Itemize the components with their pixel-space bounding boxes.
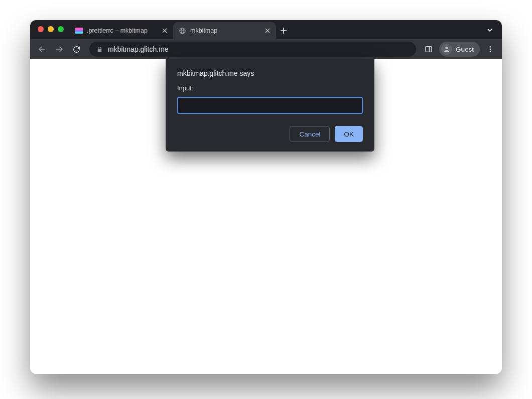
tab-mkbitmap[interactable]: mkbitmap bbox=[173, 22, 276, 39]
plus-icon bbox=[280, 27, 287, 34]
new-tab-button[interactable] bbox=[277, 24, 290, 37]
arrow-right-icon bbox=[55, 45, 64, 54]
reload-icon bbox=[72, 45, 81, 54]
window-titlebar: .prettierrc – mkbitmap mkbitmap bbox=[30, 20, 502, 59]
forward-button[interactable] bbox=[51, 41, 67, 57]
browser-window: .prettierrc – mkbitmap mkbitmap bbox=[30, 20, 502, 374]
side-panel-button[interactable] bbox=[421, 42, 436, 57]
dialog-input[interactable] bbox=[177, 97, 363, 114]
svg-point-4 bbox=[490, 46, 491, 48]
back-button[interactable] bbox=[34, 41, 50, 57]
chevron-down-icon bbox=[486, 27, 493, 34]
close-tab-button[interactable] bbox=[161, 27, 168, 34]
cancel-button[interactable]: Cancel bbox=[290, 126, 330, 142]
kebab-icon bbox=[486, 45, 494, 53]
window-maximize-button[interactable] bbox=[58, 26, 64, 32]
tab-strip: .prettierrc – mkbitmap mkbitmap bbox=[30, 20, 502, 39]
tab-prettierrc[interactable]: .prettierrc – mkbitmap bbox=[70, 22, 173, 39]
arrow-left-icon bbox=[38, 45, 47, 54]
window-controls bbox=[38, 26, 64, 32]
window-close-button[interactable] bbox=[38, 26, 44, 32]
ok-button[interactable]: OK bbox=[335, 126, 363, 142]
svg-point-6 bbox=[490, 51, 491, 52]
avatar-icon bbox=[441, 44, 452, 55]
tab-list-dropdown[interactable] bbox=[483, 23, 497, 37]
window-minimize-button[interactable] bbox=[48, 26, 54, 32]
browser-menu-button[interactable] bbox=[483, 42, 498, 57]
js-prompt-dialog: mkbitmap.glitch.me says Input: Cancel OK bbox=[166, 59, 374, 152]
svg-point-5 bbox=[490, 49, 491, 50]
tab-label: mkbitmap bbox=[190, 27, 260, 34]
glitch-icon bbox=[75, 28, 83, 34]
toolbar-actions: Guest bbox=[421, 42, 498, 57]
address-bar[interactable]: mkbitmap.glitch.me bbox=[89, 42, 416, 57]
close-icon bbox=[162, 28, 167, 33]
dialog-prompt-label: Input: bbox=[177, 84, 363, 92]
globe-icon bbox=[178, 27, 186, 35]
panel-icon bbox=[425, 45, 433, 53]
svg-rect-2 bbox=[426, 47, 432, 52]
url-text: mkbitmap.glitch.me bbox=[108, 45, 169, 53]
reload-button[interactable] bbox=[68, 41, 84, 57]
svg-point-3 bbox=[445, 47, 448, 49]
dialog-title: mkbitmap.glitch.me says bbox=[177, 69, 363, 77]
close-tab-button[interactable] bbox=[264, 27, 271, 34]
browser-toolbar: mkbitmap.glitch.me Guest bbox=[30, 39, 502, 59]
profile-chip[interactable]: Guest bbox=[439, 42, 480, 57]
profile-label: Guest bbox=[456, 46, 474, 53]
tab-label: .prettierrc – mkbitmap bbox=[87, 27, 157, 34]
page-viewport: mkbitmap.glitch.me says Input: Cancel OK bbox=[30, 59, 502, 374]
dialog-button-row: Cancel OK bbox=[177, 126, 363, 142]
close-icon bbox=[265, 28, 270, 33]
lock-icon bbox=[96, 46, 103, 53]
